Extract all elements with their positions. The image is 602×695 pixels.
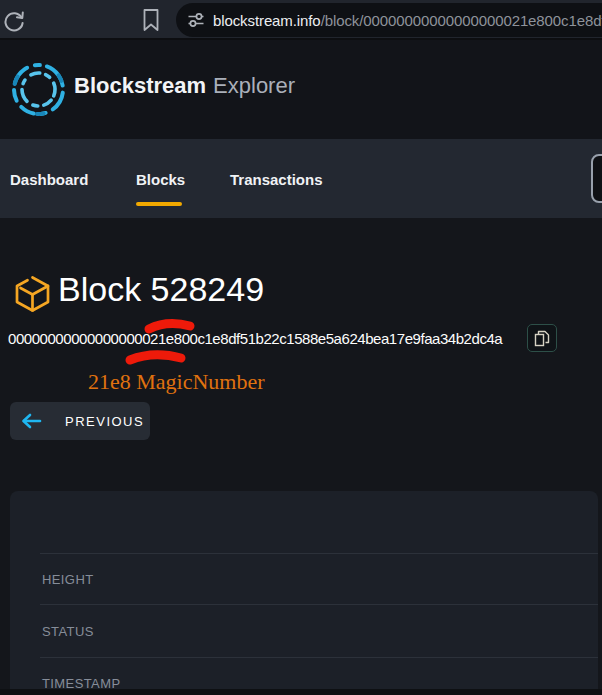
row-divider [40, 553, 598, 554]
magic-number-annotation: 21e8 MagicNumber [88, 369, 265, 395]
url-host: blockstream.info [213, 12, 321, 29]
browser-toolbar: blockstream.info/block/00000000000000000… [0, 0, 602, 40]
nav-item-dashboard[interactable]: Dashboard [10, 171, 88, 188]
bottom-edge-strip [0, 689, 602, 695]
nav-item-transactions[interactable]: Transactions [230, 171, 323, 188]
detail-label-height: HEIGHT [42, 572, 94, 587]
row-divider [40, 604, 598, 605]
tune-icon[interactable] [186, 10, 206, 30]
previous-button-label: PREVIOUS [65, 414, 144, 429]
block-hash: 00000000000000000021e800c1e8df51b22c1588… [8, 330, 518, 347]
brand-primary: Blockstream [74, 73, 206, 98]
blockstream-logo-icon[interactable] [10, 61, 67, 118]
active-tab-underline [136, 202, 182, 206]
arrow-left-icon [20, 413, 42, 429]
block-cube-icon [14, 275, 51, 313]
url-text: blockstream.info/block/00000000000000000… [213, 12, 602, 29]
row-divider [40, 657, 598, 658]
block-details-card: HEIGHT STATUS TIMESTAMP [10, 491, 598, 695]
nav-item-blocks[interactable]: Blocks [136, 171, 185, 188]
bookmark-icon[interactable] [141, 8, 161, 32]
url-path: /block/00000000000000000021e800c1e8df51b… [321, 12, 602, 29]
url-bar[interactable]: blockstream.info/block/00000000000000000… [176, 3, 602, 37]
main-content: Block 528249 00000000000000000021e800c1e… [0, 218, 602, 695]
detail-label-status: STATUS [42, 624, 94, 639]
brand-title: BlockstreamExplorer [74, 73, 295, 99]
copy-icon [534, 330, 550, 347]
search-input[interactable] [591, 154, 602, 203]
copy-hash-button[interactable] [527, 324, 557, 352]
nav-bar: Dashboard Blocks Transactions [0, 139, 602, 218]
site-header: BlockstreamExplorer [0, 40, 602, 139]
page-title: Block 528249 [58, 270, 264, 309]
brand-secondary: Explorer [213, 73, 295, 98]
screen: blockstream.info/block/00000000000000000… [0, 0, 602, 695]
previous-block-button[interactable]: PREVIOUS [10, 402, 150, 440]
reload-icon[interactable] [2, 8, 26, 32]
